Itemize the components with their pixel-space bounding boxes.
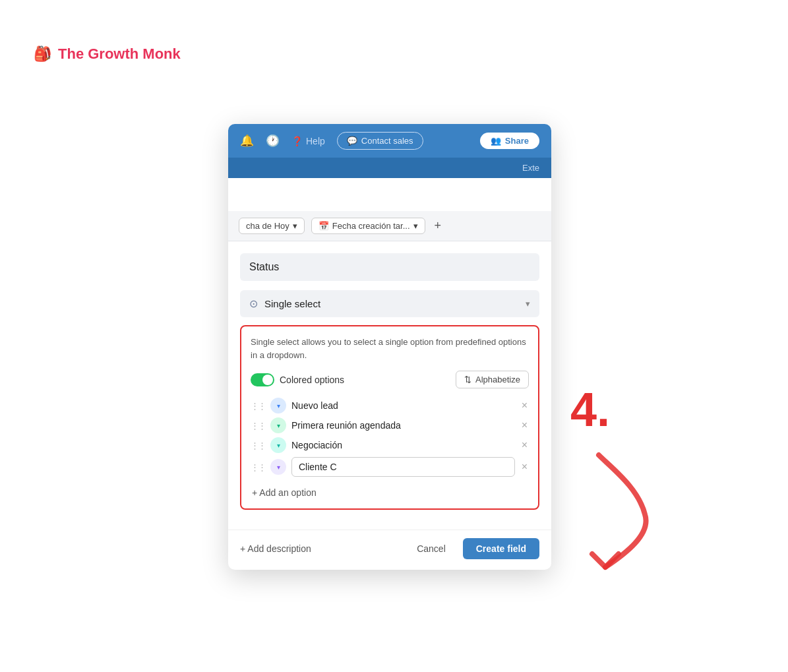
field-editor-footer: + Add description Cancel Create field — [228, 530, 551, 570]
single-select-icon: ⊙ — [249, 297, 258, 310]
field-type-label: Single select — [264, 298, 320, 309]
options-list: ⋮⋮ ▾ Nuevo lead × ⋮⋮ ▾ Primera reunión a… — [251, 398, 529, 477]
brand-icon: 🎒 — [34, 46, 51, 63]
help-button[interactable]: ❓ Help — [291, 136, 325, 146]
bell-icon[interactable]: 🔔 — [240, 134, 254, 148]
option-input-4[interactable] — [291, 457, 515, 477]
add-description-button[interactable]: + Add description — [240, 543, 311, 554]
colored-options-toggle-row: Colored options — [251, 373, 344, 386]
colored-options-label: Colored options — [280, 375, 344, 385]
single-select-section: Single select allows you to select a sin… — [240, 325, 539, 510]
colored-options-toggle[interactable] — [251, 373, 274, 386]
option-color-button-1[interactable]: ▾ — [270, 398, 286, 413]
option-remove-4[interactable]: × — [520, 462, 529, 472]
drag-handle[interactable]: ⋮⋮ — [251, 421, 265, 431]
toggle-knob — [262, 375, 273, 385]
help-label: Help — [306, 136, 325, 146]
options-controls: Colored options ⇅ Alphabetize — [251, 371, 529, 388]
chat-icon: 💬 — [347, 136, 357, 146]
brand-title: The Growth Monk — [58, 46, 181, 63]
drag-handle[interactable]: ⋮⋮ — [251, 401, 265, 411]
chevron-down-icon-2: ▾ — [413, 221, 418, 231]
option-remove-1[interactable]: × — [520, 400, 529, 411]
alphabetize-button[interactable]: ⇅ Alphabetize — [456, 371, 529, 388]
field-type-select[interactable]: ⊙ Single select ▾ — [240, 290, 539, 317]
option-label-1: Nuevo lead — [291, 400, 515, 411]
field-editor: ⊙ Single select ▾ Single select allows y… — [228, 241, 551, 530]
option-row: ⋮⋮ ▾ Negociación × — [251, 437, 529, 453]
modal-wrapper: 🔔 🕐 ❓ Help 💬 Contact sales 👥 Share Exte … — [228, 124, 551, 570]
add-filter-button[interactable]: + — [435, 219, 442, 233]
help-icon: ❓ — [291, 136, 303, 146]
section-description: Single select allows you to select a sin… — [251, 336, 529, 361]
filter-chip-2[interactable]: 📅 Fecha creación tar... ▾ — [311, 218, 425, 234]
create-field-button[interactable]: Create field — [463, 538, 539, 559]
option-label-3: Negociación — [291, 440, 515, 450]
option-row: ⋮⋮ ▾ × — [251, 457, 529, 477]
option-color-button-2[interactable]: ▾ — [270, 417, 286, 433]
option-row: ⋮⋮ ▾ Primera reunión agendada × — [251, 417, 529, 433]
share-button[interactable]: 👥 Share — [480, 133, 539, 149]
filter-bar: cha de Hoy ▾ 📅 Fecha creación tar... ▾ + — [228, 211, 551, 241]
sub-bar: Exte — [228, 158, 551, 178]
step-annotation: 4. — [570, 382, 610, 437]
arrow-annotation — [559, 448, 691, 580]
option-color-button-4[interactable]: ▾ — [270, 459, 286, 475]
option-remove-2[interactable]: × — [520, 420, 529, 431]
people-icon: 👥 — [491, 136, 501, 146]
brand-header: 🎒 The Growth Monk — [34, 46, 181, 63]
filter-chip-1[interactable]: cha de Hoy ▾ — [239, 218, 305, 234]
option-label-2: Primera reunión agendada — [291, 420, 515, 431]
drag-handle[interactable]: ⋮⋮ — [251, 441, 265, 450]
option-row: ⋮⋮ ▾ Nuevo lead × — [251, 398, 529, 413]
chevron-down-icon: ▾ — [293, 221, 297, 231]
top-nav: 🔔 🕐 ❓ Help 💬 Contact sales 👥 Share — [228, 124, 551, 158]
calendar-icon: 📅 — [318, 221, 329, 231]
chevron-down-icon-3: ▾ — [526, 299, 530, 309]
add-option-button[interactable]: + Add an option — [251, 483, 318, 502]
cancel-button[interactable]: Cancel — [408, 538, 455, 559]
field-name-input[interactable] — [240, 253, 539, 281]
contact-sales-button[interactable]: 💬 Contact sales — [337, 132, 423, 150]
drag-handle[interactable]: ⋮⋮ — [251, 462, 265, 472]
spacer — [228, 178, 551, 211]
history-icon[interactable]: 🕐 — [266, 134, 280, 148]
option-remove-3[interactable]: × — [520, 440, 529, 450]
option-color-button-3[interactable]: ▾ — [270, 437, 286, 453]
sort-icon: ⇅ — [464, 375, 471, 384]
